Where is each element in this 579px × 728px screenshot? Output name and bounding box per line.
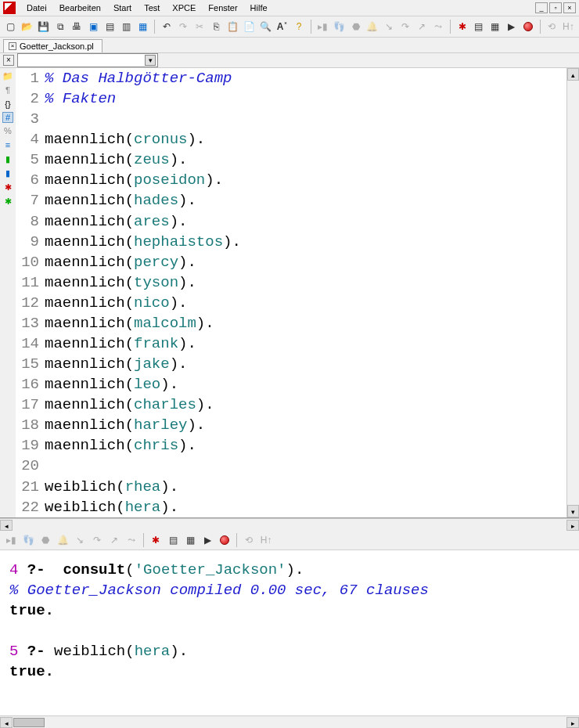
run-icon[interactable]: ▶ xyxy=(504,19,519,34)
code-line[interactable]: maennlich(malcolm). xyxy=(44,313,566,333)
code-line[interactable]: maennlich(tyson). xyxy=(44,272,566,293)
list1-icon[interactable]: ▤ xyxy=(471,19,486,34)
hash-icon[interactable]: # xyxy=(2,112,13,123)
run-icon[interactable]: ▶ xyxy=(200,532,215,548)
list1-icon[interactable]: ▤ xyxy=(165,532,181,548)
cut-icon[interactable]: ✂ xyxy=(192,19,207,34)
code-line[interactable] xyxy=(44,109,566,129)
code-line[interactable]: maennlich(nico). xyxy=(44,293,566,313)
code-line[interactable]: maennlich(hephaistos). xyxy=(44,232,566,252)
file-tab[interactable]: × Goetter_Jackson.pl xyxy=(3,39,102,52)
menu-datei[interactable]: Datei xyxy=(20,2,53,14)
skip-icon[interactable]: ⤳ xyxy=(431,19,446,34)
menu-fenster[interactable]: Fenster xyxy=(202,2,243,14)
scroll-left-icon[interactable]: ◂ xyxy=(0,717,13,728)
menu-bearbeiten[interactable]: Bearbeiten xyxy=(53,2,107,14)
navigator-dropdown[interactable]: ▾ xyxy=(17,53,158,67)
paragraph-icon[interactable]: ¶ xyxy=(2,84,14,96)
db2-icon[interactable]: ▮ xyxy=(2,167,14,179)
window-icon[interactable]: ▣ xyxy=(86,19,101,34)
code-editor[interactable]: 1% Das Halbgötter-Camp2% Fakten3 4maennl… xyxy=(16,68,579,517)
console-output[interactable]: 4 ?- consult('Goetter_Jackson'). % Goett… xyxy=(0,550,579,715)
maximize-button[interactable]: ▫ xyxy=(549,2,562,13)
code-line[interactable]: weiblich(hera). xyxy=(44,497,566,517)
console-horizontal-scrollbar[interactable]: ◂ ▸ xyxy=(0,715,579,728)
record-icon[interactable] xyxy=(217,532,232,548)
save-icon[interactable]: 💾 xyxy=(36,19,51,34)
undo-icon[interactable]: ↶ xyxy=(159,19,174,34)
code-line[interactable]: % Das Halbgötter-Camp xyxy=(44,68,566,88)
bug-icon[interactable]: ✱ xyxy=(2,181,14,193)
menu-hilfe[interactable]: Hilfe xyxy=(244,2,274,14)
spy-icon[interactable]: 🔔 xyxy=(365,19,379,34)
code-line[interactable]: maennlich(chris). xyxy=(44,435,566,456)
new-file-icon[interactable]: ▢ xyxy=(3,19,18,34)
db1-icon[interactable]: ▮ xyxy=(2,153,14,165)
code-line[interactable]: maennlich(cronus). xyxy=(44,129,566,150)
redo-icon[interactable]: ↷ xyxy=(176,19,191,34)
copy-icon[interactable]: ⎘ xyxy=(209,19,224,34)
close-button[interactable]: × xyxy=(563,2,576,13)
split-v-icon[interactable]: ▥ xyxy=(119,19,134,34)
code-line[interactable]: maennlich(leo). xyxy=(44,374,566,395)
font-icon[interactable]: A˟ xyxy=(275,19,290,34)
code-line[interactable]: maennlich(hades). xyxy=(44,190,566,211)
list2-icon[interactable]: ▦ xyxy=(182,532,198,548)
bug2-icon[interactable]: ✱ xyxy=(2,195,14,207)
code-line[interactable]: maennlich(harley). xyxy=(44,415,566,435)
vertical-scrollbar[interactable]: ▴ ▾ xyxy=(566,68,579,517)
compile-icon[interactable]: ▸▮ xyxy=(315,19,330,34)
scroll-down-icon[interactable]: ▾ xyxy=(567,505,579,517)
skip-icon[interactable]: ⤳ xyxy=(124,532,139,548)
code-line[interactable]: maennlich(jake). xyxy=(44,354,566,374)
scroll-right-icon[interactable]: ▸ xyxy=(566,520,579,531)
step-over-icon[interactable]: ↷ xyxy=(398,19,413,34)
paste-icon[interactable]: 📋 xyxy=(225,19,240,34)
help-icon[interactable]: ? xyxy=(292,19,307,34)
list-icon[interactable]: ≡ xyxy=(2,139,14,151)
paste2-icon[interactable]: 📄 xyxy=(242,19,257,34)
trace-icon[interactable]: 👣 xyxy=(20,532,36,548)
hi-icon[interactable]: H↑ xyxy=(561,19,576,34)
hi-icon[interactable]: H↑ xyxy=(258,532,274,548)
fullscreen-icon[interactable]: ▦ xyxy=(135,19,150,34)
code-line[interactable]: maennlich(zeus). xyxy=(44,150,566,170)
trace-icon[interactable]: 👣 xyxy=(332,19,347,34)
step-out-icon[interactable]: ↗ xyxy=(106,532,122,548)
step-over-icon[interactable]: ↷ xyxy=(89,532,105,548)
scroll-right-icon[interactable]: ▸ xyxy=(566,717,579,728)
find-icon[interactable]: 🔍 xyxy=(258,19,273,34)
bug-icon[interactable]: ✱ xyxy=(148,532,164,548)
menu-test[interactable]: Test xyxy=(138,2,166,14)
code-line[interactable]: maennlich(frank). xyxy=(44,333,566,354)
code-line[interactable]: maennlich(ares). xyxy=(44,211,566,232)
menu-xpce[interactable]: XPCE xyxy=(166,2,202,14)
code-line[interactable] xyxy=(44,456,566,476)
back-icon[interactable]: ⟲ xyxy=(241,532,257,548)
code-line[interactable]: maennlich(poseidon). xyxy=(44,170,566,190)
percent-icon[interactable]: % xyxy=(2,124,14,137)
code-line[interactable]: weiblich(rhea). xyxy=(44,477,566,497)
save-all-icon[interactable]: ⧉ xyxy=(52,19,67,34)
scroll-left-icon[interactable]: ◂ xyxy=(0,520,13,531)
split-h-icon[interactable]: ▤ xyxy=(102,19,117,34)
scroll-up-icon[interactable]: ▴ xyxy=(567,68,579,81)
list2-icon[interactable]: ▦ xyxy=(487,19,502,34)
print-icon[interactable]: 🖶 xyxy=(70,19,85,34)
code-line[interactable]: maennlich(charles). xyxy=(44,395,566,415)
horizontal-scrollbar[interactable]: ◂ ▸ xyxy=(0,518,579,531)
folder-icon[interactable]: 📁 xyxy=(2,70,14,82)
spy-icon[interactable]: 🔔 xyxy=(55,532,70,548)
minimize-button[interactable]: _ xyxy=(535,2,548,13)
back-icon[interactable]: ⟲ xyxy=(545,19,559,34)
step-out-icon[interactable]: ↗ xyxy=(415,19,430,34)
braces-icon[interactable]: {} xyxy=(2,98,14,110)
stop-icon[interactable]: ⬣ xyxy=(38,532,53,548)
compile-icon[interactable]: ▸▮ xyxy=(3,532,19,548)
navigator-close-icon[interactable]: × xyxy=(3,55,14,66)
record-icon[interactable] xyxy=(521,19,536,34)
step-in-icon[interactable]: ↘ xyxy=(72,532,88,548)
open-file-icon[interactable]: 📂 xyxy=(20,19,34,34)
bug-icon[interactable]: ✱ xyxy=(455,19,469,34)
stop-icon[interactable]: ⬣ xyxy=(348,19,363,34)
